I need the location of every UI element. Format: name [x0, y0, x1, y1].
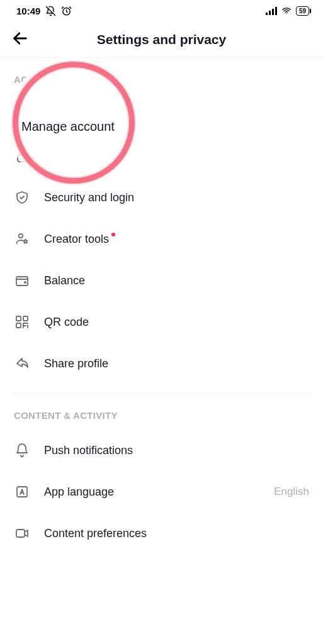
row-label: Security and login — [44, 191, 309, 204]
back-arrow-icon — [11, 30, 29, 49]
row-label: Balance — [44, 274, 309, 287]
person-icon — [14, 106, 30, 123]
wallet-icon — [14, 272, 30, 289]
section-account: ACCOUNT Manage account Privacy — [0, 58, 323, 394]
section-label-account: ACCOUNT — [0, 74, 323, 94]
svg-point-6 — [286, 13, 286, 14]
row-label: App language — [44, 486, 260, 499]
row-label: Privacy — [44, 150, 309, 163]
row-label: QR code — [44, 316, 309, 329]
lock-icon — [14, 148, 30, 164]
signal-icon — [266, 6, 277, 15]
alarm-icon — [61, 6, 72, 16]
row-label: Content preferences — [44, 527, 309, 540]
video-icon — [14, 525, 30, 541]
row-security[interactable]: Security and login — [0, 177, 323, 218]
svg-point-8 — [20, 109, 25, 114]
header: Settings and privacy — [0, 21, 323, 58]
row-label: Creator tools — [44, 233, 309, 246]
qr-icon — [14, 314, 30, 330]
svg-rect-2 — [266, 13, 268, 15]
svg-rect-14 — [23, 316, 28, 321]
creator-icon — [14, 231, 30, 247]
status-right: 59 — [266, 6, 309, 16]
status-time: 10:49 — [16, 6, 40, 16]
row-label-text: Creator tools — [44, 233, 109, 246]
svg-rect-5 — [275, 7, 277, 15]
screen: 10:49 — [0, 0, 323, 644]
svg-point-10 — [19, 234, 23, 238]
row-value-language: English — [274, 486, 309, 498]
row-creator-tools[interactable]: Creator tools — [0, 218, 323, 260]
svg-rect-20 — [17, 487, 27, 497]
row-balance[interactable]: Balance — [0, 260, 323, 301]
row-push-notifications[interactable]: Push notifications — [0, 430, 323, 471]
wifi-icon — [281, 6, 292, 15]
row-content-preferences[interactable]: Content preferences — [0, 513, 323, 554]
row-label: Push notifications — [44, 444, 309, 457]
shield-icon — [14, 189, 30, 206]
row-label: Share profile — [44, 357, 309, 370]
svg-rect-15 — [16, 323, 21, 328]
section-label-content: CONTENT & ACTIVITY — [0, 410, 323, 430]
section-content: CONTENT & ACTIVITY Push notifications Ap… — [0, 394, 323, 554]
bell-icon — [14, 442, 30, 458]
language-icon — [14, 484, 30, 500]
row-app-language[interactable]: App language English — [0, 471, 323, 513]
svg-rect-13 — [16, 316, 21, 321]
svg-point-12 — [25, 282, 26, 283]
notification-off-icon — [45, 6, 56, 16]
battery-icon: 59 — [296, 6, 309, 16]
svg-rect-21 — [16, 530, 25, 537]
page-title: Settings and privacy — [97, 32, 226, 47]
status-left: 10:49 — [16, 6, 72, 16]
status-bar: 10:49 — [0, 0, 323, 21]
svg-rect-3 — [269, 11, 271, 15]
back-button[interactable] — [9, 28, 31, 51]
row-share-profile[interactable]: Share profile — [0, 343, 323, 384]
row-label: Manage account — [44, 108, 309, 121]
row-privacy[interactable]: Privacy — [0, 135, 323, 177]
svg-rect-4 — [272, 9, 274, 15]
svg-rect-11 — [16, 277, 28, 286]
row-manage-account[interactable]: Manage account — [0, 94, 323, 135]
row-qr-code[interactable]: QR code — [0, 301, 323, 343]
share-icon — [14, 355, 30, 372]
battery-level: 59 — [299, 8, 306, 14]
new-badge-dot — [111, 233, 115, 236]
svg-rect-9 — [18, 155, 26, 162]
